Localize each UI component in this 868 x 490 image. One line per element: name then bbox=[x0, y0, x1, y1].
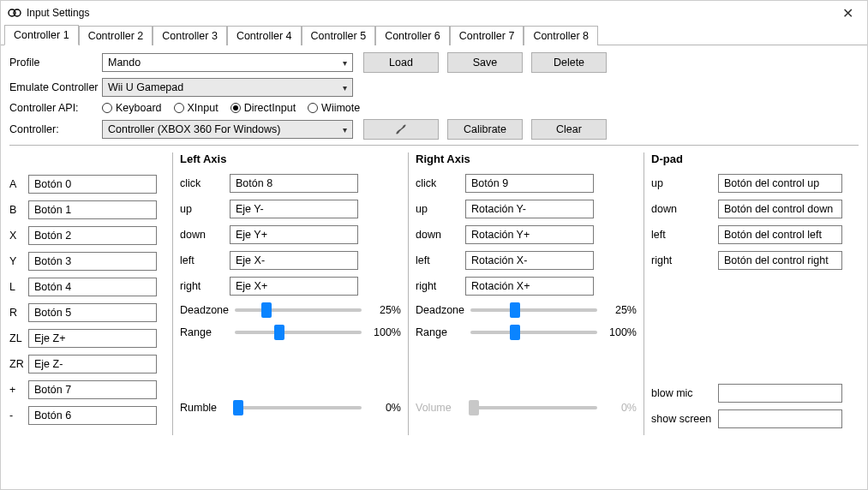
raxis-click-label: click bbox=[416, 177, 465, 189]
tab-controller-6[interactable]: Controller 6 bbox=[375, 26, 450, 45]
controller-select[interactable]: Controller (XBOX 360 For Windows) ▾ bbox=[102, 120, 353, 139]
laxis-click-label: click bbox=[180, 177, 230, 189]
left-deadzone-label: Deadzone bbox=[180, 304, 230, 316]
button-B-label: B bbox=[9, 204, 28, 216]
left-range-slider[interactable] bbox=[235, 325, 362, 340]
dpad-right-bind[interactable]: Botón del control right bbox=[718, 251, 842, 270]
button-Y-bind[interactable]: Botón 3 bbox=[28, 252, 157, 271]
left-axis-title: Left Axis bbox=[180, 152, 401, 165]
raxis-right-bind[interactable]: Rotación X+ bbox=[465, 277, 594, 296]
right-deadzone-slider[interactable] bbox=[470, 302, 597, 318]
close-button[interactable]: ✕ bbox=[835, 5, 860, 21]
radio-directinput[interactable]: DirectInput bbox=[230, 102, 296, 114]
button-ZR-bind[interactable]: Eje Z- bbox=[28, 355, 157, 373]
laxis-up-bind[interactable]: Eje Y- bbox=[230, 200, 358, 218]
button-X-bind[interactable]: Botón 2 bbox=[28, 226, 157, 245]
left-deadzone-pct: 25% bbox=[367, 304, 401, 316]
refresh-icon bbox=[395, 123, 407, 135]
blow-mic-bind[interactable] bbox=[718, 384, 842, 403]
titlebar: Input Settings ✕ bbox=[1, 1, 867, 25]
button-B-bind[interactable]: Botón 1 bbox=[28, 200, 157, 219]
tab-controller-5[interactable]: Controller 5 bbox=[302, 26, 376, 45]
button-R-label: R bbox=[9, 307, 28, 319]
volume-slider[interactable] bbox=[470, 400, 597, 415]
chevron-down-icon: ▾ bbox=[343, 125, 347, 134]
dpad-down-bind[interactable]: Botón del control down bbox=[718, 200, 842, 218]
profile-value: Mando bbox=[108, 57, 141, 69]
refresh-button[interactable] bbox=[363, 119, 439, 140]
show-screen-bind[interactable] bbox=[718, 409, 842, 428]
input-settings-window: Input Settings ✕ Controller 1 Controller… bbox=[0, 0, 868, 490]
right-deadzone-pct: 25% bbox=[602, 304, 637, 316]
tab-controller-4[interactable]: Controller 4 bbox=[227, 26, 302, 45]
window-title: Input Settings bbox=[27, 7, 835, 19]
radio-xinput[interactable]: XInput bbox=[174, 102, 218, 114]
button---bind[interactable]: Botón 6 bbox=[28, 406, 157, 425]
laxis-left-bind[interactable]: Eje X- bbox=[230, 251, 358, 270]
button-ZL-bind[interactable]: Eje Z+ bbox=[28, 329, 157, 348]
laxis-right-label: right bbox=[180, 280, 230, 292]
svg-point-1 bbox=[14, 9, 21, 16]
button-Y-label: Y bbox=[9, 255, 28, 267]
tab-controller-7[interactable]: Controller 7 bbox=[450, 26, 524, 45]
raxis-click-bind[interactable]: Botón 9 bbox=[465, 174, 594, 193]
tab-controller-8[interactable]: Controller 8 bbox=[524, 26, 598, 45]
right-range-slider[interactable] bbox=[470, 325, 597, 340]
rumble-slider[interactable] bbox=[235, 400, 362, 415]
clear-button[interactable]: Clear bbox=[531, 119, 607, 140]
radio-wiimote[interactable]: Wiimote bbox=[308, 102, 360, 114]
left-range-pct: 100% bbox=[367, 326, 401, 338]
tab-controller-3[interactable]: Controller 3 bbox=[153, 26, 227, 45]
chevron-down-icon: ▾ bbox=[343, 83, 347, 93]
api-radio-group: Keyboard XInput DirectInput Wiimote bbox=[102, 102, 360, 114]
button-L-bind[interactable]: Botón 4 bbox=[28, 278, 157, 296]
emulate-label: Emulate Controller bbox=[9, 81, 102, 93]
profile-select[interactable]: Mando ▾ bbox=[102, 53, 353, 72]
load-button[interactable]: Load bbox=[363, 52, 439, 73]
save-button[interactable]: Save bbox=[447, 52, 523, 73]
controller-tabs: Controller 1 Controller 2 Controller 3 C… bbox=[1, 25, 867, 45]
raxis-left-bind[interactable]: Rotación X- bbox=[465, 251, 594, 270]
dpad-up-label: up bbox=[651, 177, 718, 189]
right-axis-title: Right Axis bbox=[416, 152, 637, 165]
radio-keyboard[interactable]: Keyboard bbox=[102, 102, 162, 114]
right-deadzone-label: Deadzone bbox=[416, 304, 465, 316]
button-+-label: + bbox=[9, 384, 28, 396]
laxis-left-label: left bbox=[180, 254, 230, 266]
left-deadzone-slider[interactable] bbox=[235, 302, 362, 318]
tab-controller-2[interactable]: Controller 2 bbox=[79, 26, 153, 45]
emulate-select[interactable]: Wii U Gamepad ▾ bbox=[102, 78, 353, 97]
controller-value: Controller (XBOX 360 For Windows) bbox=[108, 123, 280, 135]
svg-point-3 bbox=[403, 125, 404, 127]
raxis-right-label: right bbox=[416, 280, 465, 292]
raxis-up-label: up bbox=[416, 203, 465, 215]
button-ZL-label: ZL bbox=[9, 332, 28, 344]
dpad-left-bind[interactable]: Botón del control left bbox=[718, 225, 842, 244]
api-label: Controller API: bbox=[9, 102, 102, 114]
raxis-down-bind[interactable]: Rotación Y+ bbox=[465, 225, 594, 244]
rumble-pct: 0% bbox=[367, 402, 401, 414]
blow-mic-label: blow mic bbox=[651, 387, 718, 399]
laxis-up-label: up bbox=[180, 203, 230, 215]
laxis-click-bind[interactable]: Botón 8 bbox=[230, 174, 358, 193]
left-range-label: Range bbox=[180, 326, 230, 338]
chevron-down-icon: ▾ bbox=[343, 58, 347, 68]
calibrate-button[interactable]: Calibrate bbox=[447, 119, 523, 140]
emulate-value: Wii U Gamepad bbox=[108, 81, 183, 93]
dpad-left-label: left bbox=[651, 229, 718, 241]
raxis-down-label: down bbox=[416, 229, 465, 241]
button-+-bind[interactable]: Botón 7 bbox=[28, 380, 157, 399]
controller-label: Controller: bbox=[9, 123, 102, 135]
button-X-label: X bbox=[9, 230, 28, 242]
delete-button[interactable]: Delete bbox=[531, 52, 607, 73]
button-L-label: L bbox=[9, 281, 28, 293]
button-R-bind[interactable]: Botón 5 bbox=[28, 303, 157, 322]
raxis-left-label: left bbox=[416, 254, 465, 266]
laxis-down-bind[interactable]: Eje Y+ bbox=[230, 225, 358, 244]
laxis-right-bind[interactable]: Eje X+ bbox=[230, 277, 358, 296]
raxis-up-bind[interactable]: Rotación Y- bbox=[465, 200, 594, 218]
dpad-down-label: down bbox=[651, 203, 718, 215]
button-A-bind[interactable]: Botón 0 bbox=[28, 175, 157, 194]
tab-controller-1[interactable]: Controller 1 bbox=[4, 25, 79, 45]
dpad-up-bind[interactable]: Botón del control up bbox=[718, 174, 842, 193]
